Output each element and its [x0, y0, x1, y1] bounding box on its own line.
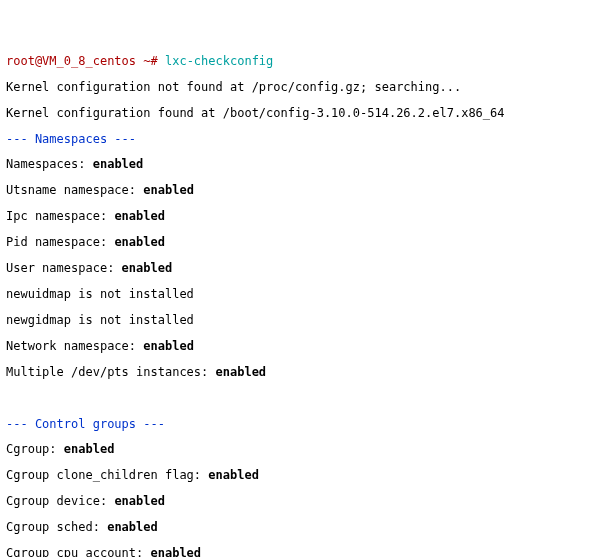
- check-status: enabled: [143, 183, 194, 197]
- check-label: Multiple /dev/pts instances:: [6, 365, 216, 379]
- section-header: --- Namespaces ---: [6, 133, 594, 146]
- check-label: Namespaces:: [6, 157, 93, 171]
- check-status: enabled: [114, 494, 165, 508]
- check-line: Multiple /dev/pts instances: enabled: [6, 366, 594, 379]
- check-status: enabled: [114, 209, 165, 223]
- shell-line: root@VM_0_8_centos ~# lxc-checkconfig: [6, 55, 594, 68]
- check-line: Network namespace: enabled: [6, 340, 594, 353]
- kernel-search-line: Kernel configuration not found at /proc/…: [6, 81, 594, 94]
- check-line: Pid namespace: enabled: [6, 236, 594, 249]
- blank-line: [6, 392, 594, 405]
- check-label: User namespace:: [6, 261, 122, 275]
- shell-prompt: root@VM_0_8_centos ~#: [6, 54, 165, 68]
- check-line: Cgroup cpu account: enabled: [6, 547, 594, 557]
- check-line: Utsname namespace: enabled: [6, 184, 594, 197]
- check-line: Cgroup clone_children flag: enabled: [6, 469, 594, 482]
- check-line: newgidmap is not installed: [6, 314, 594, 327]
- check-status: enabled: [93, 157, 144, 171]
- kernel-found-line: Kernel configuration found at /boot/conf…: [6, 107, 594, 120]
- check-label: Utsname namespace:: [6, 183, 143, 197]
- check-status: enabled: [114, 235, 165, 249]
- check-line: newuidmap is not installed: [6, 288, 594, 301]
- section-header: --- Control groups ---: [6, 418, 594, 431]
- check-label: Cgroup device:: [6, 494, 114, 508]
- check-label: Cgroup cpu account:: [6, 546, 151, 557]
- check-status: enabled: [208, 468, 259, 482]
- check-line: Namespaces: enabled: [6, 158, 594, 171]
- check-line: Ipc namespace: enabled: [6, 210, 594, 223]
- check-label: Cgroup:: [6, 442, 64, 456]
- check-status: enabled: [122, 261, 173, 275]
- check-status: enabled: [216, 365, 267, 379]
- check-line: User namespace: enabled: [6, 262, 594, 275]
- check-status: enabled: [151, 546, 202, 557]
- check-label: newuidmap is not installed: [6, 287, 194, 301]
- check-label: newgidmap is not installed: [6, 313, 194, 327]
- check-line: Cgroup device: enabled: [6, 495, 594, 508]
- check-status: enabled: [107, 520, 158, 534]
- check-label: Pid namespace:: [6, 235, 114, 249]
- check-line: Cgroup: enabled: [6, 443, 594, 456]
- shell-command: lxc-checkconfig: [165, 54, 273, 68]
- check-label: Cgroup clone_children flag:: [6, 468, 208, 482]
- check-label: Ipc namespace:: [6, 209, 114, 223]
- check-label: Network namespace:: [6, 339, 143, 353]
- check-line: Cgroup sched: enabled: [6, 521, 594, 534]
- check-label: Cgroup sched:: [6, 520, 107, 534]
- check-status: enabled: [143, 339, 194, 353]
- check-status: enabled: [64, 442, 115, 456]
